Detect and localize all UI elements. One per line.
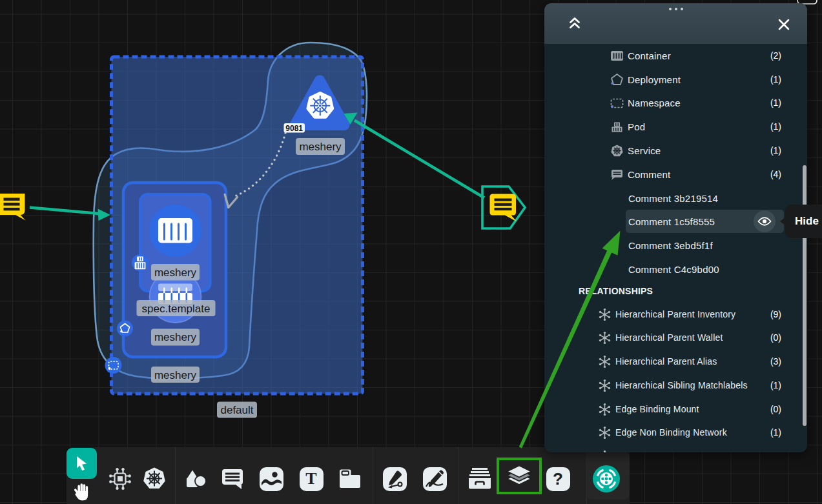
drag-handle-icon[interactable] — [544, 8, 807, 10]
shapes-tool-button[interactable] — [181, 465, 210, 493]
toolbar-divider — [458, 447, 458, 504]
comment-item[interactable]: Comment 3b219514 — [544, 186, 807, 210]
close-icon[interactable] — [777, 18, 790, 31]
hide-tooltip: Hide — [785, 205, 822, 238]
panel-row-namespace[interactable]: Namespace (1) — [544, 91, 807, 114]
panel-row-service[interactable]: Service (1) — [544, 139, 807, 162]
relationships-header: RELATIONSHIPS — [579, 279, 798, 303]
note-tool-button[interactable] — [336, 465, 364, 493]
signature-icon — [423, 467, 447, 491]
text-tool-button[interactable]: T — [297, 465, 325, 493]
pod-icon — [610, 120, 624, 134]
namespace-badge — [105, 357, 122, 374]
panel-row-deployment[interactable]: Deployment (1) — [544, 68, 807, 91]
relationship-row[interactable]: Hierarchical Parent Wallet (0) — [544, 326, 807, 349]
deployment-label: meshery — [151, 367, 200, 383]
svg-text:meshery: meshery — [154, 369, 197, 381]
kanvas-app: 9081 meshery meshery spec.template meshe… — [0, 0, 822, 504]
layers-tool-button-active[interactable] — [497, 458, 542, 494]
relationship-row-partial[interactable] — [544, 445, 807, 452]
image-tool-button[interactable] — [257, 465, 285, 493]
comment-item[interactable]: Comment 3ebd5f1f — [544, 234, 807, 257]
service-icon — [610, 144, 624, 157]
comment-annotation-right[interactable] — [482, 186, 525, 228]
namespace-label: default — [217, 402, 257, 418]
relationship-icon — [598, 403, 611, 416]
relationship-icon — [598, 426, 611, 439]
pen-icon — [383, 467, 407, 491]
relationship-row[interactable]: Hierarchical Parent Inventory (9) — [544, 303, 807, 326]
toolbar-divider — [175, 447, 176, 504]
service-label: meshery — [296, 138, 345, 155]
collapse-icon[interactable] — [566, 16, 583, 30]
svg-text:meshery: meshery — [154, 331, 197, 343]
relationship-row[interactable]: Hierarchical Parent Alias (3) — [544, 350, 807, 373]
spec-template-label: spec.template — [137, 300, 216, 316]
relationship-icon — [598, 450, 611, 453]
comment-annotation-left[interactable] — [0, 194, 26, 221]
help-glyph: ? — [553, 470, 563, 487]
pod-badge — [132, 254, 149, 271]
relationship-icon — [598, 331, 611, 345]
elements-panel: Container (2) Deployment (1) Namespace (… — [544, 3, 807, 452]
meshery-chat-button[interactable] — [592, 465, 621, 493]
bottom-toolbar: T — [67, 447, 630, 504]
shapes-icon — [184, 467, 207, 490]
kubernetes-icon — [141, 466, 167, 492]
svg-text:default: default — [220, 404, 253, 416]
comment-item[interactable]: Comment C4c9bd00 — [544, 257, 807, 281]
cursor-icon — [74, 455, 90, 472]
comment-tool-icon — [220, 467, 245, 491]
container-label: meshery — [151, 264, 200, 281]
component-tool-button[interactable] — [106, 465, 134, 493]
kubernetes-tool-button[interactable] — [140, 465, 169, 493]
svg-text:meshery: meshery — [299, 141, 342, 153]
text-tool-glyph: T — [305, 470, 316, 487]
panel-row-comment[interactable]: Comment (4) — [544, 163, 807, 186]
note-icon — [338, 467, 362, 491]
deployment-icon — [610, 73, 624, 86]
port-label: 9081 — [284, 123, 305, 133]
deployment-badge — [117, 321, 133, 337]
relationship-icon — [598, 355, 611, 368]
select-tool-button[interactable] — [67, 448, 97, 479]
kubernetes-logo-icon — [308, 94, 333, 117]
namespace-icon — [610, 96, 624, 110]
relationship-row[interactable]: Hierarchical Sibling Matchlabels (1) — [544, 374, 807, 397]
meshery-logo-icon — [592, 465, 621, 493]
container-icon — [610, 49, 624, 63]
visibility-toggle[interactable] — [754, 210, 776, 232]
relationship-icon — [598, 379, 611, 392]
relationship-row[interactable]: Edge Non Binding Network (1) — [544, 421, 807, 444]
drawer-tool-button[interactable] — [466, 465, 494, 493]
eye-icon — [757, 216, 772, 227]
container-node[interactable] — [149, 205, 201, 257]
panel-row-pod[interactable]: Pod (1) — [544, 115, 807, 138]
pen-tool-button[interactable] — [380, 465, 409, 493]
hand-icon — [73, 483, 90, 501]
comment-icon — [610, 168, 624, 181]
pan-tool-button[interactable] — [67, 479, 97, 504]
svg-text:meshery: meshery — [154, 267, 197, 279]
relationship-icon — [598, 308, 611, 321]
panel-header[interactable] — [544, 3, 807, 44]
comment-tool-button[interactable] — [218, 465, 247, 493]
drawer-icon — [467, 466, 493, 492]
arrow-right — [344, 113, 485, 198]
component-icon — [107, 466, 133, 492]
help-button[interactable]: ? — [544, 465, 572, 493]
image-icon — [260, 467, 283, 491]
svg-text:spec.template: spec.template — [142, 303, 211, 315]
relationship-row[interactable]: Edge Binding Mount (0) — [544, 398, 807, 421]
panel-row-container[interactable]: Container (2) — [544, 44, 807, 67]
signature-tool-button[interactable] — [420, 465, 449, 493]
toolbar-divider — [373, 447, 373, 504]
layers-icon — [505, 463, 533, 490]
pod-label: meshery — [151, 329, 200, 346]
svg-text:9081: 9081 — [285, 124, 303, 133]
